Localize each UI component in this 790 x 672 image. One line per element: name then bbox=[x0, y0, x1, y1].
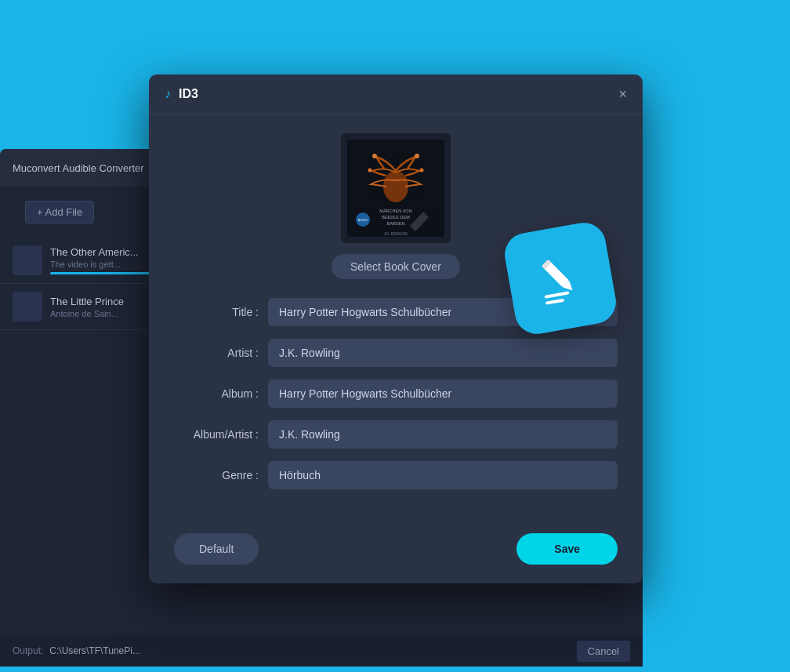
output-label: Output: bbox=[13, 645, 43, 656]
svg-point-2 bbox=[383, 171, 408, 202]
form-row: Genre : bbox=[174, 461, 618, 489]
svg-point-5 bbox=[368, 169, 372, 173]
svg-text:BEEDLE DEM: BEEDLE DEM bbox=[382, 215, 410, 220]
pencil-lines-icon bbox=[527, 245, 592, 311]
field-input[interactable] bbox=[268, 420, 618, 449]
field-input[interactable] bbox=[268, 461, 618, 489]
svg-text:AUDIO: AUDIO bbox=[358, 218, 368, 222]
form-row: Album/Artist : bbox=[174, 420, 618, 449]
default-button[interactable]: Default bbox=[174, 533, 259, 565]
svg-text:BARDEN: BARDEN bbox=[387, 221, 405, 226]
form-row: Album : bbox=[174, 380, 618, 408]
item-thumbnail bbox=[13, 245, 42, 275]
modal-title: ID3 bbox=[179, 87, 198, 101]
music-note-icon: ♪ bbox=[165, 87, 171, 101]
select-cover-button[interactable]: Select Book Cover bbox=[332, 254, 460, 279]
app-title: Muconvert Audible Converter bbox=[13, 162, 144, 174]
field-label: Artist : bbox=[174, 347, 268, 359]
svg-text:J.K. ROWLING: J.K. ROWLING bbox=[384, 232, 408, 236]
id3-modal: ♪ ID3 × bbox=[149, 74, 643, 583]
cancel-button[interactable]: Cancel bbox=[577, 641, 630, 662]
svg-line-18 bbox=[547, 300, 563, 303]
svg-point-4 bbox=[415, 154, 419, 158]
close-button[interactable]: × bbox=[618, 87, 627, 101]
edit-badge bbox=[502, 220, 620, 338]
field-label: Album/Artist : bbox=[174, 428, 268, 441]
output-bar: Output: C:\Users\TF\TunePi... Cancel bbox=[0, 635, 643, 667]
field-label: Genre : bbox=[174, 469, 268, 481]
form-row: Artist : bbox=[174, 339, 618, 367]
svg-line-17 bbox=[546, 293, 568, 297]
svg-text:MÄRCHEN VON: MÄRCHEN VON bbox=[379, 209, 411, 213]
field-label: Title : bbox=[174, 306, 268, 318]
field-label: Album : bbox=[174, 387, 268, 400]
field-input[interactable] bbox=[268, 380, 618, 408]
save-button[interactable]: Save bbox=[516, 533, 618, 565]
field-input[interactable] bbox=[268, 339, 618, 367]
item-thumbnail bbox=[13, 292, 42, 321]
svg-point-6 bbox=[420, 169, 424, 173]
modal-header: ♪ ID3 × bbox=[149, 74, 643, 114]
output-path: C:\Users\TF\TunePi... bbox=[49, 645, 140, 656]
book-cover-image: MÄRCHEN VON BEEDLE DEM BARDEN J.K. ROWLI… bbox=[341, 133, 451, 243]
modal-footer: Default Save bbox=[149, 521, 643, 583]
add-file-button[interactable]: + Add File bbox=[25, 201, 94, 223]
svg-point-3 bbox=[372, 154, 377, 158]
